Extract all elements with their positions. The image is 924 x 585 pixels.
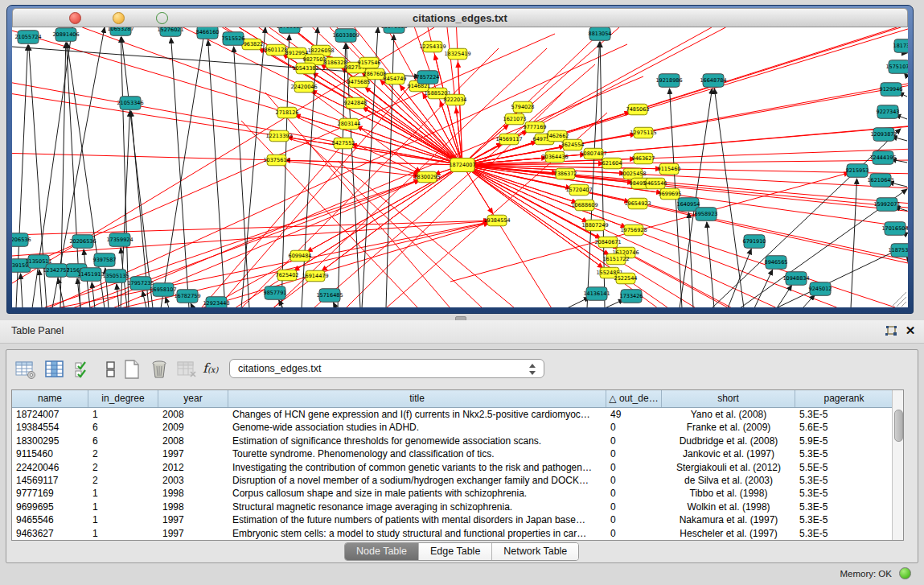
- cell-title: Corpus callosum shape and size in male p…: [228, 487, 606, 500]
- vertical-scrollbar[interactable]: [892, 390, 903, 540]
- graph-node-label: 8427552: [332, 140, 355, 146]
- cell-short: Yano et al. (2008): [662, 408, 795, 421]
- cell-name: 19384554: [12, 421, 88, 434]
- graph-node-label: 1640954: [677, 201, 700, 208]
- graph-node-label: 13505135: [102, 273, 129, 279]
- graph-node-label: 11451913: [77, 271, 104, 278]
- network-view[interactable]: 8601128891295418226058982750310543382818…: [12, 27, 908, 307]
- graph-node-label: 2718126: [276, 109, 299, 116]
- cell-name: 14569117: [12, 474, 88, 487]
- graph-node-label: 16648784: [700, 77, 726, 84]
- column-header-in_degree[interactable]: in_degree: [88, 390, 158, 407]
- graph-node-label: 12093872: [870, 131, 897, 138]
- graph-node-label: 1733426: [620, 293, 643, 299]
- graph-node-label: 16151722: [602, 256, 629, 262]
- table-column-icon[interactable]: [43, 359, 66, 380]
- memory-status-indicator[interactable]: [899, 567, 911, 579]
- column-header-pagerank[interactable]: pagerank: [795, 390, 893, 407]
- function-builder-icon[interactable]: f(x): [203, 359, 225, 380]
- cell-out_de: 49: [606, 408, 662, 421]
- graph-node-label: 12254319: [419, 43, 446, 50]
- graph-node-label: 7857224: [417, 74, 440, 80]
- resize-grip-icon[interactable]: [892, 292, 906, 307]
- graph-node-label: 16782759: [174, 293, 200, 299]
- table-row[interactable]: 946554611997Estimation of the future num…: [12, 513, 892, 526]
- column-header-short[interactable]: short: [662, 390, 795, 407]
- cell-short: Tibbo et al. (1998): [662, 487, 795, 500]
- float-panel-icon[interactable]: [885, 325, 897, 338]
- new-table-icon[interactable]: [121, 359, 143, 380]
- cell-year: 2012: [158, 461, 228, 474]
- table-panel-title: Table Panel: [11, 325, 64, 336]
- cell-year: 1998: [158, 487, 228, 500]
- cell-year: 2009: [158, 421, 228, 434]
- graph-node-label: 15716485: [316, 292, 343, 299]
- graph-node-label: 20206536: [69, 238, 96, 245]
- cell-pagerank: 5.3E-5: [795, 527, 892, 540]
- graph-node-label: 7462662: [546, 133, 569, 139]
- column-header-title[interactable]: title: [228, 390, 606, 407]
- tab-edge-table[interactable]: Edge Table: [419, 543, 492, 560]
- table-row[interactable]: 911546021997Tourette syndrome. Phenomeno…: [12, 447, 892, 460]
- cell-pagerank: 5.6E-5: [795, 421, 892, 434]
- network-canvas[interactable]: 8601128891295418226058982750310543382818…: [12, 27, 908, 307]
- cell-name: 9465546: [12, 513, 88, 526]
- delete-table-icon[interactable]: [148, 359, 170, 380]
- cell-in_degree: 2: [88, 474, 158, 487]
- table-row[interactable]: 2242004622012Investigating the contribut…: [12, 461, 892, 474]
- tab-network-table[interactable]: Network Table: [492, 543, 578, 560]
- cell-year: 2008: [158, 408, 228, 421]
- cell-name: 9115460: [12, 447, 88, 460]
- table-row[interactable]: 1830029562008Estimation of significance …: [12, 435, 892, 447]
- table-row[interactable]: 1456911722003Disruption of a novel membe…: [12, 474, 892, 487]
- table-row[interactable]: 1872400712008Changes of HCN gene express…: [12, 408, 892, 421]
- column-header-out_de[interactable]: △ out_de…: [606, 390, 662, 407]
- cell-title: Disruption of a novel member of a sodium…: [228, 474, 606, 487]
- cell-out_de: 0: [606, 501, 662, 513]
- cell-name: 9777169: [12, 487, 88, 500]
- graph-node-label: 3624554: [561, 142, 585, 148]
- cell-pagerank: 5.3E-5: [795, 474, 892, 487]
- graph-node-label: 16958107: [150, 286, 176, 293]
- graph-node-label: 9463627: [632, 155, 655, 162]
- cell-out_de: 0: [606, 435, 662, 447]
- tab-node-table[interactable]: Node Table: [345, 543, 419, 560]
- graph-node-label: 9129946: [880, 86, 903, 93]
- network-window-titlebar[interactable]: citations_edges.txt: [12, 8, 908, 27]
- table-settings-icon[interactable]: [14, 359, 37, 380]
- cell-title: Estimation of the future numbers of pati…: [228, 513, 606, 526]
- graph-node-label: 8215953: [846, 167, 869, 174]
- graph-node-label: 621604: [602, 160, 622, 167]
- table-panel-header: Table Panel ✕: [0, 320, 924, 344]
- graph-node-label: 16210643: [867, 177, 893, 183]
- graph-node-label: 9475685: [347, 79, 371, 85]
- selected-network-table: citations_edges.txt: [238, 363, 322, 374]
- cell-out_de: 0: [606, 421, 662, 434]
- column-header-year[interactable]: year: [158, 390, 228, 407]
- column-header-name[interactable]: name: [12, 390, 88, 407]
- scrollbar-thumb[interactable]: [894, 410, 903, 442]
- delete-column-icon[interactable]: [175, 359, 198, 380]
- cell-year: 2008: [158, 435, 228, 447]
- graph-node-label: 7515526: [222, 35, 245, 42]
- table-row[interactable]: 969969511998Structural magnetic resonanc…: [12, 501, 892, 513]
- close-panel-icon[interactable]: ✕: [904, 324, 917, 337]
- graph-node-label: 9777169: [524, 124, 547, 130]
- select-rows-icon[interactable]: [72, 359, 95, 380]
- table-row[interactable]: 977716911998Corpus callosum shape and si…: [12, 487, 892, 500]
- graph-node-label: 8601128: [265, 47, 288, 53]
- table-row[interactable]: 1938455462009Genome-wide association stu…: [12, 421, 892, 434]
- graph-node-label: 10025458: [619, 171, 646, 177]
- cell-short: de Silva et al. (2003): [662, 474, 795, 487]
- cell-year: 1998: [158, 501, 228, 513]
- table-row[interactable]: 946362711997Embryonic stem cells: a mode…: [12, 527, 892, 540]
- network-table-selector[interactable]: citations_edges.txt: [229, 359, 544, 378]
- row-height-icon[interactable]: [100, 359, 122, 380]
- cell-title: Investigating the contribution of common…: [228, 461, 606, 474]
- graph-node-label: 8222034: [444, 97, 467, 103]
- cell-in_degree: 2: [88, 461, 158, 474]
- graph-node-label: 8946565: [765, 259, 788, 266]
- graph-node-label: 19384554: [483, 217, 510, 224]
- graph-node-label: 18807249: [581, 222, 608, 229]
- cell-in_degree: 6: [88, 435, 158, 447]
